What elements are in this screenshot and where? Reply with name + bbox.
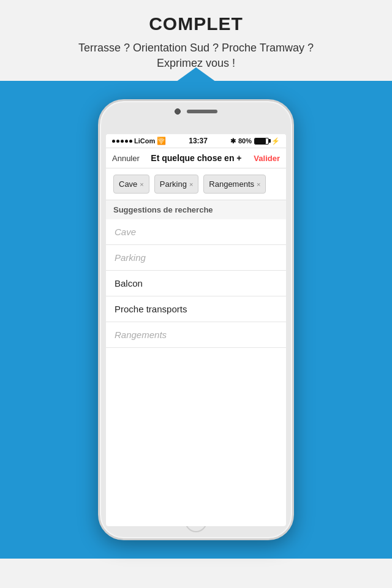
suggestions-section: Suggestions de recherche Cave Parking Ba… (106, 200, 286, 348)
suggestion-parking-label: Parking (115, 252, 146, 263)
wifi-icon: 🛜 (157, 137, 166, 145)
suggestion-rangements[interactable]: Rangements (106, 322, 286, 348)
suggestion-cave[interactable]: Cave (106, 219, 286, 245)
suggestion-proche-transports-label: Proche transports (115, 304, 187, 314)
suggestion-parking[interactable]: Parking (106, 245, 286, 271)
battery-fill (255, 138, 266, 144)
signal-icon (112, 140, 132, 143)
tag-rangements-label: Rangements (209, 179, 254, 189)
charging-icon: ⚡ (271, 137, 280, 145)
tags-area: Cave × Parking × Rangements × (106, 168, 286, 200)
battery-icon (254, 138, 269, 145)
nav-title: Et quelque chose en + (140, 153, 253, 163)
suggestion-balcon-label: Balcon (115, 278, 143, 288)
blue-background: LiCom 🛜 13:37 ✱ 80% ⚡ Annuler Et quelq (0, 81, 392, 559)
suggestion-proche-transports[interactable]: Proche transports (106, 296, 286, 322)
status-right: ✱ 80% ⚡ (230, 137, 280, 145)
tag-cave[interactable]: Cave × (113, 175, 149, 194)
bluetooth-icon: ✱ (230, 137, 236, 145)
page-subtitle: Terrasse ? Orientation Sud ? Proche Tram… (12, 40, 380, 71)
phone-frame: LiCom 🛜 13:37 ✱ 80% ⚡ Annuler Et quelq (98, 99, 294, 540)
cancel-button[interactable]: Annuler (112, 154, 140, 163)
battery-percent: 80% (238, 137, 252, 145)
tag-cave-label: Cave (119, 179, 137, 189)
status-left: LiCom 🛜 (112, 137, 166, 145)
status-bar: LiCom 🛜 13:37 ✱ 80% ⚡ (106, 134, 286, 148)
suggestion-rangements-label: Rangements (115, 330, 167, 340)
subtitle-line1: Terrasse ? Orientation Sud ? Proche Tram… (78, 42, 314, 54)
carrier-name: LiCom (134, 137, 155, 145)
page-title: COMPLET (12, 13, 380, 34)
battery-tip (269, 139, 271, 143)
front-camera-icon (175, 108, 181, 115)
suggestion-cave-label: Cave (115, 227, 136, 237)
suggestion-balcon[interactable]: Balcon (106, 271, 286, 296)
status-time: 13:37 (189, 137, 208, 145)
tag-cave-close-icon[interactable]: × (140, 181, 143, 188)
phone-top-bar (100, 108, 292, 115)
phone-screen: LiCom 🛜 13:37 ✱ 80% ⚡ Annuler Et quelq (106, 134, 286, 526)
validate-button[interactable]: Valider (253, 154, 280, 163)
tag-rangements-close-icon[interactable]: × (257, 181, 260, 188)
suggestions-header: Suggestions de recherche (106, 200, 286, 219)
tag-rangements[interactable]: Rangements × (203, 175, 266, 194)
tag-parking[interactable]: Parking × (154, 175, 199, 194)
tag-parking-label: Parking (160, 179, 187, 189)
speaker-icon (187, 110, 217, 113)
tag-parking-close-icon[interactable]: × (189, 181, 193, 188)
nav-bar: Annuler Et quelque chose en + Valider (106, 148, 286, 168)
